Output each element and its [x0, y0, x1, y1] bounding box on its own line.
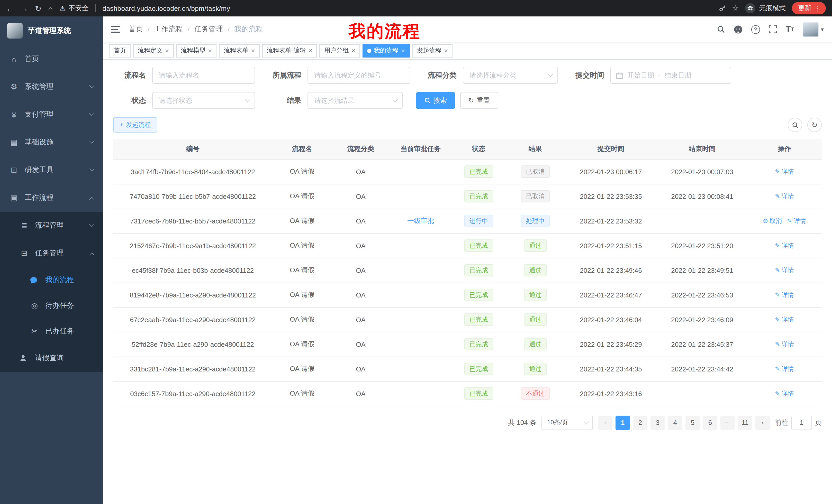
github-icon[interactable]	[734, 25, 743, 34]
next-page-button[interactable]: ›	[755, 415, 770, 430]
pager-ellipsis-button[interactable]: ···	[721, 415, 735, 430]
fullscreen-icon[interactable]	[769, 25, 777, 33]
back-icon[interactable]: ←	[6, 4, 14, 12]
font-size-icon[interactable]: TT	[786, 25, 794, 33]
sidebar-item-devtools[interactable]: ⊡ 研发工具	[0, 156, 103, 184]
sidebar-item-leave-query[interactable]: 请假查询	[0, 344, 103, 372]
sidebar-item-workflow[interactable]: ▣ 工作流程	[0, 184, 103, 212]
tab-home[interactable]: 首页	[109, 44, 131, 57]
sidebar-item-done-tasks[interactable]: ✂ 已办任务	[0, 318, 103, 344]
cell-name: OA 请假	[272, 184, 332, 208]
sidebar-item-my-process[interactable]: 我的流程	[0, 267, 103, 293]
process-definition-input[interactable]	[308, 67, 410, 84]
app-logo[interactable]: 芋道管理系统	[0, 17, 103, 45]
tab-start-process[interactable]: 发起流程 ×	[412, 44, 452, 57]
sidebar-item-system[interactable]: ⚙ 系统管理	[0, 73, 103, 101]
forward-icon[interactable]: →	[21, 4, 28, 12]
tab-process-model[interactable]: 流程模型 ×	[176, 44, 216, 57]
close-icon[interactable]: ×	[251, 47, 255, 54]
category-select[interactable]: 请选择流程分类	[463, 67, 558, 84]
cell-current-task	[390, 307, 451, 332]
page-button-4[interactable]: 4	[668, 415, 682, 430]
breadcrumb-item[interactable]: 首页	[129, 25, 143, 34]
browser-menu-icon[interactable]: ⋮	[814, 4, 821, 12]
detail-link[interactable]: ✎详情	[775, 389, 794, 398]
breadcrumb-separator: /	[188, 25, 190, 33]
breadcrumb-item[interactable]: 任务管理	[194, 25, 223, 34]
detail-link[interactable]: ✎详情	[775, 315, 794, 324]
page-size-select[interactable]: 10条/页	[542, 415, 593, 430]
date-range-picker[interactable]: 开始日期 - 结束日期	[610, 67, 731, 84]
detail-link[interactable]: ✎详情	[775, 340, 794, 348]
reset-button[interactable]: ↻ 重置	[460, 92, 498, 109]
toggle-search-button[interactable]	[788, 118, 802, 132]
cell-end-time	[657, 208, 747, 233]
status-select[interactable]: 请选择状态	[152, 92, 255, 109]
hamburger-icon[interactable]	[111, 25, 120, 33]
security-indicator[interactable]: ⚠ 不安全	[59, 4, 88, 13]
tab-process-definition[interactable]: 流程定义 ×	[133, 44, 174, 57]
cell-category: OA	[332, 159, 390, 184]
search-button[interactable]: 搜索	[416, 92, 455, 109]
refresh-table-button[interactable]: ↻	[807, 118, 822, 132]
sidebar-item-todo-tasks[interactable]: ◎ 待办任务	[0, 293, 103, 318]
tasks-icon: ⊟	[20, 249, 29, 258]
process-name-input[interactable]	[152, 67, 255, 84]
start-date-placeholder[interactable]: 开始日期	[627, 71, 654, 80]
breadcrumb-item[interactable]: 工作流程	[154, 25, 183, 34]
detail-link[interactable]: ✎详情	[775, 266, 794, 275]
update-button[interactable]: 更新 ⋮	[792, 2, 826, 15]
tab-process-form-edit[interactable]: 流程表单-编辑 ×	[262, 44, 317, 57]
detail-link[interactable]: ✎详情	[775, 290, 794, 299]
page-button-6[interactable]: 6	[703, 415, 717, 430]
sidebar-item-payment[interactable]: ¥ 支付管理	[0, 101, 103, 129]
page-button-11[interactable]: 11	[738, 415, 752, 430]
result-badge: 处理中	[521, 215, 550, 227]
close-icon[interactable]: ×	[444, 47, 448, 54]
prev-page-button[interactable]: ‹	[598, 415, 613, 430]
sidebar-item-process-mgmt[interactable]: ≣ 流程管理	[0, 212, 103, 240]
close-icon[interactable]: ×	[309, 47, 312, 54]
tab-process-form[interactable]: 流程表单 ×	[219, 44, 259, 57]
detail-link[interactable]: ✎详情	[775, 241, 794, 250]
user-menu[interactable]: ▾	[803, 22, 824, 37]
start-process-button[interactable]: + 发起流程	[113, 117, 157, 133]
page-content: 流程名 所属流程 流程分类 请选择流程分类	[103, 60, 832, 504]
sidebar-item-home[interactable]: ⌂ 首页	[0, 45, 103, 73]
close-icon[interactable]: ×	[165, 47, 169, 54]
task-link[interactable]: 一级审批	[407, 217, 434, 225]
bookmark-star-icon[interactable]: ☆	[732, 4, 739, 13]
tab-my-process[interactable]: 我的流程 ×	[363, 44, 410, 57]
sidebar-item-infrastructure[interactable]: ▤ 基础设施	[0, 129, 103, 156]
pagination: 共 104 条 10条/页 ‹ 1 2 3 4 5 6 ··· 11	[113, 415, 822, 430]
detail-link[interactable]: ✎详情	[787, 217, 806, 225]
page-button-2[interactable]: 2	[633, 415, 647, 430]
tab-user-group[interactable]: 用户分组 ×	[319, 44, 360, 57]
close-icon[interactable]: ×	[208, 47, 212, 54]
detail-link[interactable]: ✎详情	[775, 365, 794, 373]
close-icon[interactable]: ×	[401, 47, 405, 54]
reload-icon[interactable]: ↻	[35, 4, 42, 12]
detail-link[interactable]: ✎详情	[775, 192, 794, 201]
password-key-icon[interactable]	[719, 5, 726, 12]
close-icon[interactable]: ×	[352, 47, 355, 54]
edit-icon: ✎	[775, 267, 780, 274]
page-button-3[interactable]: 3	[650, 415, 665, 430]
end-date-placeholder[interactable]: 结束日期	[665, 71, 691, 80]
cancel-link[interactable]: ⊘取消	[763, 217, 782, 225]
url-bar[interactable]: dashboard.yudao.iocoder.cn/bpm/task/my	[103, 4, 230, 12]
chevron-down-icon	[548, 72, 553, 77]
detail-link[interactable]: ✎详情	[775, 167, 794, 176]
goto-input[interactable]	[791, 415, 812, 430]
browser-actions: ☆ 无痕模式 更新 ⋮	[719, 2, 826, 15]
page-button-5[interactable]: 5	[685, 415, 700, 430]
help-icon[interactable]: ?	[751, 25, 760, 34]
result-select[interactable]: 请选择流结果	[308, 92, 402, 109]
home-icon: ⌂	[9, 55, 19, 63]
search-icon[interactable]	[717, 25, 725, 33]
cell-submit-time: 2022-01-22 23:43:16	[565, 381, 657, 406]
avatar[interactable]	[803, 22, 819, 37]
page-button-1[interactable]: 1	[616, 415, 630, 430]
browser-home-icon[interactable]: ⌂	[48, 4, 53, 12]
sidebar-item-task-mgmt[interactable]: ⊟ 任务管理	[0, 240, 103, 267]
